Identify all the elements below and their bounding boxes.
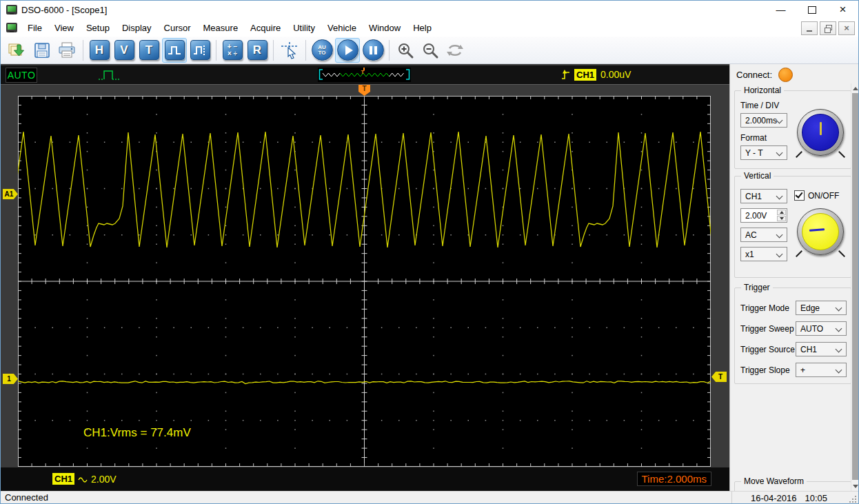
knob-stop-left <box>796 250 802 257</box>
pause-icon <box>363 39 384 61</box>
move-waveform-group: Move Waveform <box>734 481 851 491</box>
trigger-readout: CH1 0.00uV <box>561 68 631 81</box>
format-label: Format <box>740 133 767 143</box>
menu-utility[interactable]: Utility <box>287 21 321 35</box>
pulse-wave-icon <box>165 40 185 60</box>
open-button[interactable] <box>6 39 29 62</box>
zoom-out-icon <box>421 41 439 59</box>
menu-help[interactable]: Help <box>407 21 438 35</box>
panel-scrollbar[interactable] <box>851 83 859 491</box>
close-button[interactable]: × <box>827 1 858 19</box>
app-icon <box>6 5 17 14</box>
autoset-icon: AU TO <box>312 39 333 61</box>
mdi-close-button[interactable]: × <box>838 21 855 35</box>
vertical-button[interactable]: V <box>112 39 136 62</box>
mdi-restore-button[interactable] <box>820 21 836 35</box>
channel-select[interactable]: CH1 <box>740 189 787 203</box>
menu-view[interactable]: View <box>48 21 80 35</box>
maximize-icon <box>808 6 816 14</box>
trigger-source-select[interactable]: CH1 <box>796 342 847 356</box>
menu-display[interactable]: Display <box>116 21 158 35</box>
chevron-down-icon <box>776 251 783 258</box>
trigger-button[interactable]: T <box>137 39 161 62</box>
cursor-button[interactable] <box>278 39 301 62</box>
trigger-position-marker[interactable]: T <box>358 85 370 96</box>
connect-status-indicator[interactable] <box>778 68 793 82</box>
onoff-checkbox[interactable] <box>794 190 805 201</box>
channel-1-zero-marker[interactable]: 1 <box>3 374 18 384</box>
trigger-mode-select[interactable]: Edge <box>796 301 847 315</box>
spin-down-button[interactable] <box>777 216 786 221</box>
zoom-out-button[interactable] <box>418 39 442 62</box>
toolbar: H V T + − × ÷ R <box>1 37 858 64</box>
waveform-preview[interactable]: T <box>318 68 411 82</box>
control-panel: Connect: Horizontal Time / DIV 2.000ms F… <box>729 64 859 491</box>
menu-vehicle[interactable]: Vehicle <box>321 21 363 35</box>
knob-pointer <box>820 122 822 135</box>
maximize-button[interactable] <box>796 1 827 19</box>
zoom-in-icon <box>396 41 414 59</box>
ac-coupling-icon <box>78 475 88 483</box>
menu-cursor[interactable]: Cursor <box>158 21 197 35</box>
toolbar-separator <box>216 40 216 61</box>
trigger-sweep-select[interactable]: AUTO <box>796 321 847 336</box>
onoff-label: ON/OFF <box>808 191 839 201</box>
knob-pointer <box>809 228 825 232</box>
time-div-select[interactable]: 2.000ms <box>740 113 787 128</box>
autoset-button[interactable]: AU TO <box>310 39 334 62</box>
acquisition-status: AUTO <box>6 68 37 83</box>
mdi-minimize-button[interactable] <box>801 21 818 35</box>
channel-a-marker[interactable]: A1 <box>3 189 18 199</box>
menu-setup[interactable]: Setup <box>80 21 116 35</box>
horizontal-button[interactable]: H <box>88 39 111 62</box>
menu-measure[interactable]: Measure <box>197 21 245 35</box>
scroll-up-button[interactable] <box>851 83 859 93</box>
minimize-button[interactable]: — <box>765 1 796 19</box>
trigger-level-value: 0.00uV <box>600 69 631 80</box>
horizontal-knob[interactable] <box>796 108 845 157</box>
rising-edge-icon <box>561 69 570 81</box>
horizontal-group: Horizontal Time / DIV 2.000ms Format Y -… <box>734 90 851 169</box>
menu-window[interactable]: Window <box>363 21 407 35</box>
scroll-down-icon <box>853 485 858 488</box>
toolbar-separator <box>83 40 83 61</box>
pause-button[interactable] <box>361 39 385 62</box>
scope-display-region: AUTO T CH1 0.00uV T CH1:Vrms = 77.4mV A1… <box>1 64 729 491</box>
toolbar-separator <box>305 40 306 61</box>
vertical-knob[interactable] <box>796 207 845 256</box>
spin-up-button[interactable] <box>777 210 786 215</box>
trigger-slope-select[interactable]: + <box>796 363 847 377</box>
knob-stop-left <box>796 151 802 158</box>
coupling-select[interactable]: AC <box>740 228 787 242</box>
trigger-mode-label: Trigger Mode <box>740 303 789 313</box>
status-date: 16-04-2016 <box>751 493 797 503</box>
pulse-measure-button[interactable] <box>188 39 212 62</box>
volts-div-spinner[interactable]: 2.00V <box>740 208 787 223</box>
pulse-wave-button[interactable] <box>162 38 187 63</box>
print-button[interactable] <box>55 39 79 62</box>
zoom-in-button[interactable] <box>394 39 417 62</box>
sync-icon <box>445 41 465 59</box>
chevron-down-icon <box>836 367 842 374</box>
save-button[interactable] <box>30 39 54 62</box>
menu-acquire[interactable]: Acquire <box>244 21 287 35</box>
mdi-minimize-icon <box>807 30 812 32</box>
vrms-measurement: CH1:Vrms = 77.4mV <box>83 426 191 439</box>
scrollbar-thumb[interactable] <box>852 93 859 480</box>
format-select[interactable]: Y - T <box>740 145 787 160</box>
scope-footer-bar: CH1 2.00V Time:2.000ms <box>1 467 729 491</box>
run-button[interactable] <box>335 38 360 63</box>
trigger-level-marker[interactable]: T <box>711 372 727 382</box>
reference-button[interactable]: R <box>245 39 269 62</box>
toolbar-separator <box>389 40 390 61</box>
pulse-measure-icon <box>190 40 210 60</box>
resize-grip[interactable] <box>848 494 856 503</box>
sync-button[interactable] <box>443 39 467 62</box>
dso-6000-window: DSO-6000 - [Scope1] — × File View Setup … <box>0 0 859 504</box>
scroll-down-button[interactable] <box>851 481 859 491</box>
volts-per-div-value: 2.00V <box>91 474 117 485</box>
math-button[interactable]: + − × ÷ <box>221 39 244 62</box>
menu-file[interactable]: File <box>21 21 48 35</box>
probe-select[interactable]: x1 <box>740 247 787 261</box>
trigger-group: Trigger Trigger Mode Edge Trigger Sweep … <box>734 288 851 384</box>
